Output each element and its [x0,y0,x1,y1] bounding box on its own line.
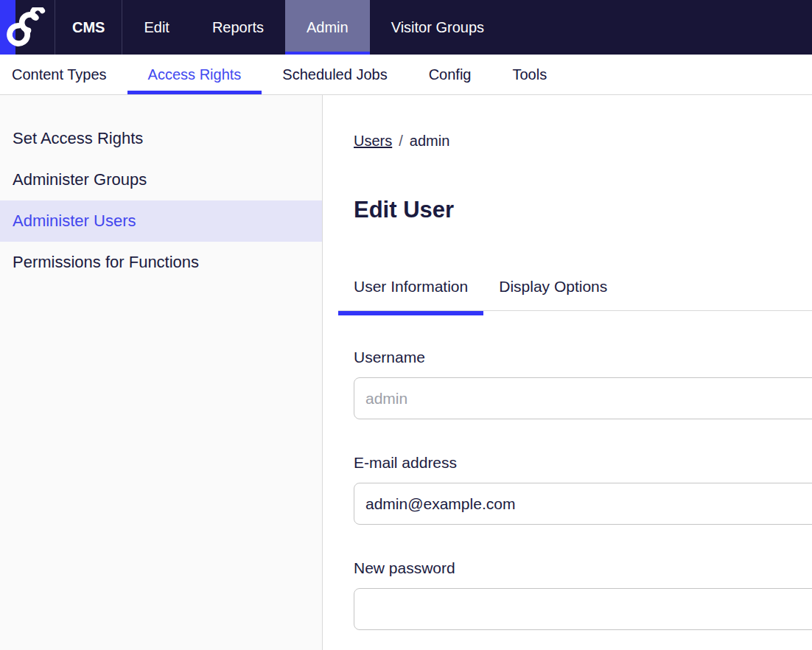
subnav-item-content-types[interactable]: Content Types [12,55,127,94]
access-rights-sidebar: Set Access Rights Administer Groups Admi… [0,95,323,650]
topnav-item-visitor-groups[interactable]: Visitor Groups [370,0,505,55]
email-input[interactable] [354,483,812,525]
content-area: Set Access Rights Administer Groups Admi… [0,95,812,650]
username-input [354,377,812,419]
topnav-item-admin[interactable]: Admin [285,0,370,55]
sidebar-item-administer-groups[interactable]: Administer Groups [0,159,322,200]
top-nav: Edit Reports Admin Visitor Groups [122,0,505,55]
breadcrumb-link-users[interactable]: Users [354,133,392,149]
admin-sub-nav: Content Types Access Rights Scheduled Jo… [0,55,812,95]
breadcrumb-current-admin: admin [410,133,449,149]
home-logo-button[interactable] [0,0,55,55]
email-label: E-mail address [354,454,812,472]
optimizely-logo-icon [6,7,46,47]
topnav-item-reports[interactable]: Reports [191,0,285,55]
breadcrumb: Users/admin [354,132,812,150]
edit-user-panel: Users/admin Edit User User Information D… [323,95,812,650]
subnav-item-config[interactable]: Config [408,55,492,94]
new-password-input[interactable] [354,588,812,630]
product-name-cms[interactable]: CMS [55,0,122,55]
top-app-bar: CMS Edit Reports Admin Visitor Groups [0,0,812,55]
user-information-form: Username E-mail address New password [354,349,812,630]
sidebar-item-permissions-for-functions[interactable]: Permissions for Functions [0,242,322,283]
new-password-field-group: New password [354,559,812,630]
username-field-group: Username [354,349,812,419]
subnav-item-tools[interactable]: Tools [491,55,567,94]
breadcrumb-separator: / [399,133,403,149]
page-title: Edit User [354,197,812,223]
username-label: Username [354,349,812,366]
topnav-item-edit[interactable]: Edit [122,0,190,55]
tab-user-information[interactable]: User Information [338,278,483,310]
subnav-item-access-rights[interactable]: Access Rights [127,55,262,94]
new-password-label: New password [354,559,812,577]
email-field-group: E-mail address [354,454,812,525]
user-tabs: User Information Display Options [338,278,812,311]
sidebar-item-administer-users[interactable]: Administer Users [0,200,322,242]
sidebar-item-set-access-rights[interactable]: Set Access Rights [0,118,322,159]
tab-display-options[interactable]: Display Options [483,278,623,310]
subnav-item-scheduled-jobs[interactable]: Scheduled Jobs [262,55,407,94]
